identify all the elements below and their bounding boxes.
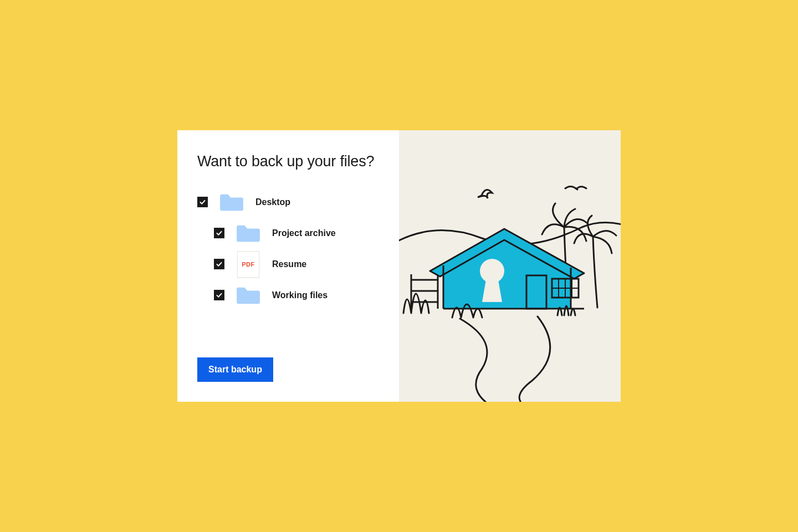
file-row-resume: PDF Resume [214,249,379,280]
file-row-project-archive: Project archive [214,218,379,249]
checkmark-icon [199,198,206,206]
backup-form-panel: Want to back up your files? Desktop [177,130,399,402]
start-backup-button[interactable]: Start backup [197,357,273,382]
checkmark-icon [216,229,223,237]
folder-icon [234,284,262,306]
file-label: Project archive [272,228,336,238]
file-label: Working files [272,290,328,300]
folder-icon [234,222,262,244]
file-row-desktop: Desktop [197,187,379,218]
file-label: Desktop [255,197,290,207]
checkbox-working-files[interactable] [214,290,224,300]
checkbox-project-archive[interactable] [214,228,224,238]
checkbox-resume[interactable] [214,259,224,269]
checkmark-icon [216,260,223,268]
house-illustration [399,130,621,402]
checkbox-desktop[interactable] [197,197,208,207]
pdf-icon: PDF [234,253,262,275]
illustration-panel [399,130,621,402]
folder-icon [218,191,245,213]
page-title: Want to back up your files? [197,152,379,171]
checkmark-icon [216,291,223,299]
file-row-working-files: Working files [214,280,379,311]
backup-card: Want to back up your files? Desktop [177,130,621,402]
file-label: Resume [272,259,306,269]
file-tree: Desktop Project archive [197,187,379,357]
